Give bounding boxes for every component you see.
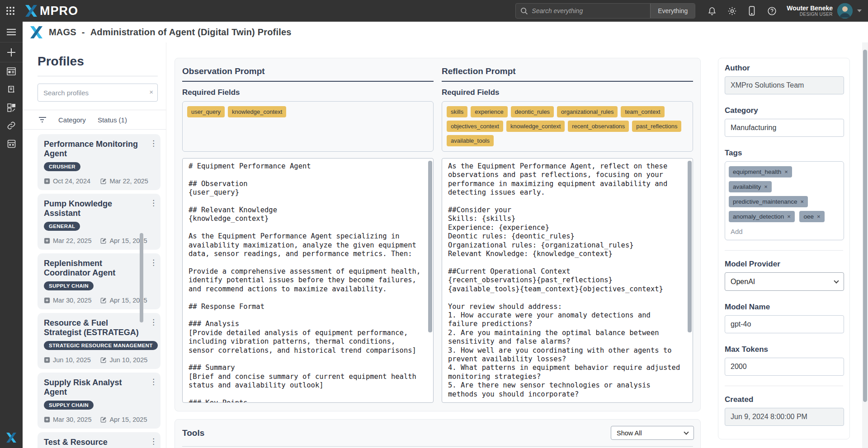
tools-filter-value: Show All — [617, 429, 642, 437]
profile-card[interactable]: Performance Monitoring Agent ⋮ CRUSHER O… — [38, 134, 160, 190]
required-field-tag: objectives_context — [447, 121, 503, 132]
category-label: Category — [725, 106, 843, 115]
help-icon[interactable] — [767, 6, 777, 16]
required-field-tag: knowledge_context — [228, 106, 286, 117]
profiles-search: × — [38, 84, 158, 102]
add-tag-input[interactable]: Add — [729, 226, 840, 235]
observation-prompt-wrap: # Equipment Performance Agent ## Observa… — [182, 158, 434, 403]
created-plus-icon — [44, 238, 50, 244]
reflection-textarea-scrollbar[interactable] — [688, 161, 692, 332]
brand-text: MPRO — [40, 4, 78, 18]
max-tokens-field[interactable] — [725, 358, 844, 376]
model-provider-select[interactable]: OpenAI — [725, 272, 844, 291]
profile-dates: Oct 24, 2024 Mar 22, 2025 — [44, 177, 155, 185]
search-icon — [520, 7, 528, 15]
tags-box: equipment_health× availability× predicti… — [725, 161, 844, 240]
add-new-icon[interactable] — [0, 42, 23, 62]
kebab-menu-icon[interactable]: ⋮ — [150, 139, 157, 148]
observation-textarea-scrollbar[interactable] — [428, 161, 432, 332]
remove-tag-icon[interactable]: × — [817, 213, 821, 220]
avatar[interactable] — [837, 3, 853, 19]
recommendations-icon[interactable] — [0, 135, 23, 153]
created-label: Created — [725, 395, 843, 404]
app-designer-icon[interactable] — [0, 98, 23, 117]
remove-tag-icon[interactable]: × — [801, 198, 804, 205]
required-field-tag: recent_observations — [568, 121, 629, 132]
reflection-column: Reflection Prompt Required Fields skills… — [442, 66, 693, 403]
modified-date: Apr 15, 2025 — [100, 416, 147, 423]
divider — [38, 76, 158, 76]
tools-card: Tools Show All — [175, 419, 701, 448]
remove-tag-icon[interactable]: × — [764, 183, 768, 190]
xmpro-mags-app: MPRO Everything — [0, 0, 868, 448]
profiles-search-input[interactable] — [38, 84, 158, 102]
apps-grid-icon[interactable] — [0, 0, 21, 22]
kebab-menu-icon[interactable]: ⋮ — [150, 377, 157, 387]
required-field-tag: user_query — [187, 106, 225, 117]
tag-pill: predictive_maintenance× — [729, 196, 808, 207]
remove-tag-icon[interactable]: × — [784, 168, 788, 175]
remove-tag-icon[interactable]: × — [787, 213, 791, 220]
clear-search-icon[interactable]: × — [149, 88, 153, 96]
hamburger-menu-icon[interactable] — [0, 22, 23, 42]
profile-dates: Mar 22, 2025 Apr 15, 2025 — [44, 237, 155, 244]
modified-date: Jun 10, 2025 — [100, 356, 147, 364]
pages-icon[interactable] — [0, 62, 23, 80]
tag-pill: anomaly_detection× — [729, 211, 795, 222]
divider — [725, 386, 843, 386]
modified-pencil-icon — [100, 416, 107, 423]
tag-pill: oee× — [799, 211, 824, 222]
category-field[interactable] — [725, 119, 844, 137]
kebab-menu-icon[interactable]: ⋮ — [150, 437, 157, 446]
profile-name: Performance Monitoring Agent — [44, 140, 145, 159]
created-date: Mar 30, 2025 — [44, 416, 100, 423]
chevron-down-icon — [857, 9, 862, 12]
kebab-menu-icon[interactable]: ⋮ — [150, 317, 157, 327]
notifications-bell-icon[interactable] — [707, 6, 717, 16]
tools-filter-select[interactable]: Show All — [611, 426, 694, 440]
profile-name: Test & Resource Coordinator — [44, 438, 145, 448]
created-plus-icon — [44, 297, 50, 303]
user-names: Wouter Beneke DESIGN USER — [787, 5, 833, 17]
search-scope-button[interactable]: Everything — [650, 3, 695, 19]
modified-pencil-icon — [100, 178, 107, 184]
profile-card[interactable]: Test & Resource Coordinator ⋮ TEST MANAG… — [38, 432, 160, 448]
integrations-link-icon[interactable] — [0, 117, 23, 135]
title-separator: - — [82, 27, 85, 37]
filter-category[interactable]: Category — [58, 116, 86, 124]
kebab-menu-icon[interactable]: ⋮ — [150, 198, 157, 208]
mobile-device-icon[interactable] — [747, 6, 757, 16]
reflection-title: Reflection Prompt — [442, 66, 693, 82]
created-date: Mar 30, 2025 — [44, 297, 100, 304]
details-panel: Author Category Tags equipment_health× a… — [718, 58, 850, 439]
profile-card[interactable]: Supply Risk Analyst Agent ⋮ SUPPLY CHAIN… — [38, 373, 160, 429]
profile-category-badge: CRUSHER — [44, 162, 80, 171]
required-field-tag: deontic_rules — [511, 106, 554, 117]
filter-status[interactable]: Status (1) — [98, 116, 127, 124]
model-name-label: Model Name — [725, 303, 843, 312]
created-plus-icon — [44, 416, 50, 423]
observation-prompt-textarea[interactable]: # Equipment Performance Agent ## Observa… — [182, 158, 434, 403]
filter-icon[interactable] — [39, 117, 47, 123]
profiles-scrollbar[interactable] — [140, 233, 143, 322]
kebab-menu-icon[interactable]: ⋮ — [150, 258, 157, 267]
apps-grid-glyph — [6, 6, 15, 15]
profile-category-badge: STRATEGIC RESOURCE MANAGEMENT — [44, 341, 158, 350]
reflection-required-fields-box: skills experience deontic_rules organiza… — [442, 101, 693, 152]
profile-dates: Jun 10, 2025 Jun 10, 2025 — [44, 356, 155, 364]
page-title: MAGS-Administration of Agent (Digital Tw… — [49, 27, 292, 37]
created-date: Mar 22, 2025 — [44, 237, 100, 244]
search-input[interactable] — [532, 7, 650, 14]
reflection-required-fields-label: Required Fields — [442, 88, 693, 97]
page-scrollbar-thumb[interactable] — [863, 50, 867, 402]
settings-gear-icon[interactable] — [727, 6, 737, 16]
data-streams-icon[interactable] — [0, 80, 23, 98]
model-name-field[interactable] — [725, 315, 844, 333]
page-scrollbar[interactable] — [862, 42, 868, 448]
reflection-prompt-textarea[interactable]: As the Equipment Performance Agent, refl… — [442, 158, 693, 403]
profile-dates: Mar 30, 2025 Apr 15, 2025 — [44, 297, 155, 304]
user-menu[interactable]: Wouter Beneke DESIGN USER — [787, 3, 862, 19]
required-field-tag: skills — [447, 106, 467, 117]
user-role: DESIGN USER — [787, 12, 833, 17]
prompts-card: Observation Prompt Required Fields user_… — [175, 58, 701, 411]
